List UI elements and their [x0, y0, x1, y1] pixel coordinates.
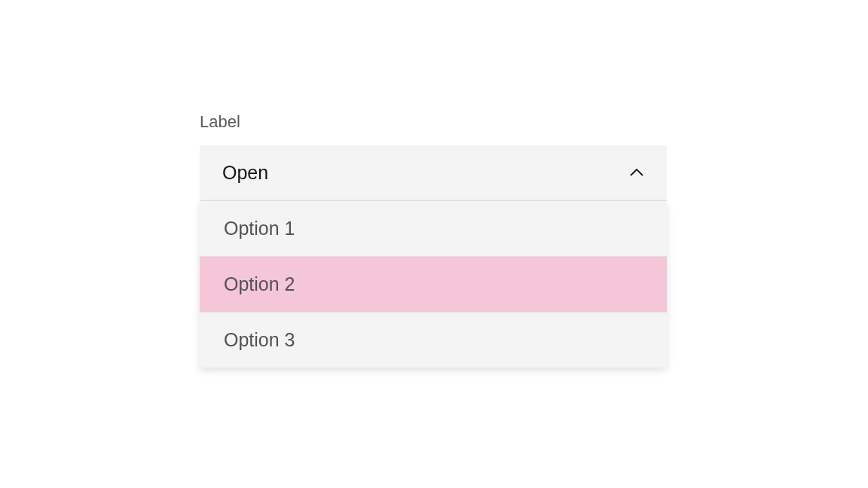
- dropdown-options-list: Option 1 Option 2 Option 3: [200, 201, 667, 368]
- dropdown-label: Label: [200, 112, 667, 132]
- dropdown-option-2[interactable]: Option 2: [200, 257, 667, 313]
- dropdown-trigger-text: Open: [222, 162, 268, 184]
- dropdown-option-3[interactable]: Option 3: [200, 313, 667, 368]
- dropdown-container: Label Open Option 1 Option 2 Option 3: [200, 112, 667, 368]
- dropdown-option-1[interactable]: Option 1: [200, 201, 667, 257]
- chevron-up-icon: [629, 169, 644, 178]
- dropdown-trigger[interactable]: Open: [200, 145, 667, 201]
